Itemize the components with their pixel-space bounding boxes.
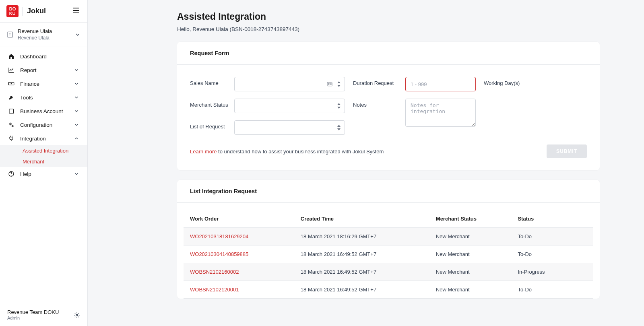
- sidebar-item-label: Help: [20, 171, 68, 177]
- merchant-status-select[interactable]: [234, 99, 345, 113]
- svg-point-6: [11, 83, 12, 85]
- sidebar-item-label: Integration: [20, 136, 68, 142]
- list-of-request-wrap: [234, 120, 345, 135]
- sidebar-header: DOKU Jokul: [0, 0, 87, 23]
- brand-logo: DOKU: [6, 5, 19, 17]
- sidebar: DOKU Jokul Revenue Ulala Revenue Ulala D…: [0, 0, 88, 326]
- page-title: Assisted Integration: [177, 11, 600, 22]
- cell-status: To-Do: [511, 281, 593, 299]
- sales-name-wrap: [234, 77, 345, 91]
- sidebar-item-label: Dashboard: [20, 54, 79, 60]
- svg-point-13: [328, 83, 330, 85]
- svg-rect-4: [11, 35, 12, 35]
- account-name: Revenue Ulala: [18, 28, 70, 35]
- hamburger-icon: [73, 8, 79, 13]
- help-icon: [8, 171, 14, 177]
- chevron-up-icon: [74, 136, 79, 141]
- brand: DOKU Jokul: [6, 5, 46, 17]
- chevron-down-icon: [74, 171, 79, 177]
- work-order-link[interactable]: WOBSN2102160002: [190, 269, 239, 275]
- svg-rect-1: [9, 33, 10, 34]
- plug-icon: [8, 135, 14, 142]
- book-icon: [8, 108, 14, 114]
- chevron-down-icon: [74, 122, 79, 128]
- menu-toggle[interactable]: [71, 6, 81, 16]
- label-duration: Duration Request: [353, 77, 405, 91]
- svg-rect-3: [9, 35, 10, 35]
- cell-created: 18 March 2021 16:49:52 GMT+7: [294, 263, 429, 281]
- form-footer: Learn more to understand how to assist y…: [190, 144, 587, 158]
- sidebar-sub-integration: Assisted Integration Merchant: [0, 145, 87, 167]
- cell-created: 18 March 2021 18:16:29 GMT+7: [294, 228, 429, 246]
- notes-wrap: [405, 99, 476, 135]
- sort-icon: [337, 103, 341, 109]
- table-row: WO2021030414085988518 March 2021 16:49:5…: [184, 246, 593, 263]
- work-order-link[interactable]: WO20210304140859885: [190, 251, 248, 257]
- chevron-down-icon: [74, 95, 79, 100]
- chevron-down-icon: [74, 81, 79, 87]
- list-of-request-select[interactable]: [234, 120, 345, 135]
- label-working-days: Working Day(s): [484, 77, 524, 91]
- sidebar-item-report[interactable]: Report: [0, 63, 87, 77]
- footer-user: Revenue Team DOKU Admin: [7, 309, 59, 321]
- account-switcher[interactable]: Revenue Ulala Revenue Ulala: [0, 23, 87, 47]
- request-form-card: Request Form Sales Name Duration Request…: [177, 42, 600, 170]
- cell-created: 18 March 2021 16:49:52 GMT+7: [294, 281, 429, 299]
- sidebar-item-help[interactable]: Help: [0, 167, 87, 181]
- duration-input[interactable]: [405, 77, 476, 91]
- list-card: List Integration Request Work Order Crea…: [177, 180, 600, 299]
- sidebar-item-finance[interactable]: Finance: [0, 77, 87, 91]
- sidebar-item-label: Report: [20, 67, 68, 73]
- sidebar-footer: Revenue Team DOKU Admin: [0, 304, 87, 326]
- org-icon: [6, 31, 14, 38]
- gears-icon: [8, 122, 14, 128]
- brand-name: Jokul: [27, 7, 46, 15]
- duration-wrap: [405, 77, 476, 91]
- sidebar-item-label: Business Account: [20, 108, 68, 114]
- gear-icon[interactable]: [74, 312, 80, 318]
- home-icon: [8, 53, 14, 60]
- svg-point-10: [11, 175, 11, 175]
- work-order-link[interactable]: WOBSN2102120001: [190, 287, 239, 293]
- sidebar-sub-merchant[interactable]: Merchant: [21, 156, 87, 167]
- cell-merchant: New Merchant: [429, 263, 512, 281]
- learn-more-link[interactable]: Learn more: [190, 149, 217, 155]
- account-text: Revenue Ulala Revenue Ulala: [18, 28, 70, 41]
- footer-user-name: Revenue Team DOKU: [7, 309, 59, 316]
- sidebar-item-business-account[interactable]: Business Account: [0, 104, 87, 118]
- chevron-down-icon: [74, 108, 79, 114]
- work-order-link[interactable]: WO20210318181629204: [190, 233, 248, 239]
- cell-merchant: New Merchant: [429, 228, 512, 246]
- list-body: Work Order Created Time Merchant Status …: [177, 203, 600, 299]
- sidebar-item-label: Configuration: [20, 122, 68, 128]
- col-work-order: Work Order: [184, 210, 294, 228]
- sidebar-item-tools[interactable]: Tools: [0, 91, 87, 104]
- label-list-of-request: List of Request: [190, 120, 234, 135]
- learn-more-rest: to understand how to assist your busines…: [217, 149, 384, 155]
- list-header: List Integration Request: [177, 180, 600, 203]
- table-header-row: Work Order Created Time Merchant Status …: [184, 210, 593, 228]
- svg-rect-12: [327, 82, 332, 86]
- svg-point-11: [76, 314, 78, 316]
- sidebar-item-dashboard[interactable]: Dashboard: [0, 50, 87, 63]
- request-form-body: Sales Name Duration Request Working Day(…: [177, 65, 600, 170]
- learn-more-text: Learn more to understand how to assist y…: [190, 149, 384, 155]
- submit-button[interactable]: SUBMIT: [547, 144, 587, 158]
- label-sales-name: Sales Name: [190, 77, 234, 91]
- sidebar-item-label: Finance: [20, 81, 68, 87]
- svg-rect-0: [8, 32, 12, 37]
- brand-divider: [23, 7, 23, 16]
- account-sub: Revenue Ulala: [18, 35, 70, 41]
- sidebar-item-label: Tools: [20, 95, 68, 101]
- cell-merchant: New Merchant: [429, 281, 512, 299]
- main: Assisted Integration Hello, Revenue Ulal…: [88, 0, 644, 326]
- cell-status: To-Do: [511, 228, 593, 246]
- notes-textarea[interactable]: [405, 99, 476, 127]
- wrench-icon: [8, 94, 14, 101]
- cell-created: 18 March 2021 16:49:52 GMT+7: [294, 246, 429, 263]
- svg-point-8: [12, 126, 13, 127]
- svg-rect-2: [11, 33, 12, 34]
- sidebar-item-integration[interactable]: Integration: [0, 132, 87, 145]
- sidebar-sub-assisted-integration[interactable]: Assisted Integration: [21, 145, 87, 156]
- sidebar-item-configuration[interactable]: Configuration: [0, 118, 87, 132]
